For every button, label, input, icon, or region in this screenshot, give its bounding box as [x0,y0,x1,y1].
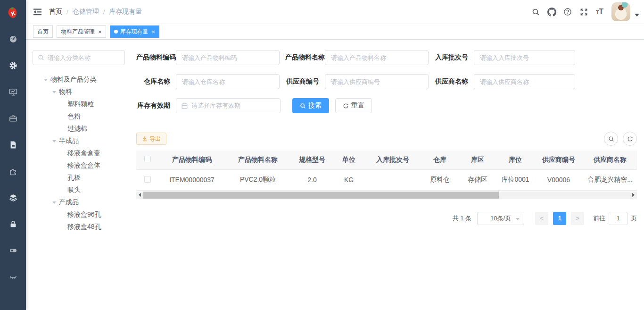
filter-row: 产品物料编码产品物料名称入库批次号 [136,50,637,65]
table-row[interactable]: ITEM00000037PVC2.0颗粒2.0KG原料仓存储区库位0001V00… [136,169,637,190]
tree-node[interactable]: 物料及产品分类 [33,74,134,86]
tree-search-input[interactable] [48,54,120,61]
table-cell: 合肥龙兴精密... [583,169,637,190]
tab-label: 物料产品管理 [61,28,95,36]
tree-node[interactable]: 产成品 [33,196,134,209]
dashboard-icon[interactable] [0,26,26,52]
toggle-icon[interactable] [0,237,26,264]
tree-node[interactable]: 移液盒盒盖 [33,147,134,159]
filter-input[interactable] [325,50,429,65]
caret-placeholder [61,226,67,228]
horizontal-scrollbar[interactable] [136,192,637,199]
filter-field: 产品物料编码 [136,50,280,65]
filter-field: 供应商编号 [285,74,429,89]
caret-down-icon[interactable] [44,79,50,81]
avatar[interactable] [611,2,630,21]
tree-node[interactable]: 过滤棉 [33,123,134,135]
settings-icon[interactable] [0,52,26,79]
briefcase-icon[interactable] [0,105,26,132]
tree-node-label: 产成品 [59,198,79,207]
tree-node[interactable]: 孔板 [33,172,134,184]
tab-1[interactable]: 首页 [33,25,53,38]
fullscreen-icon[interactable] [576,0,592,24]
refresh-table-button[interactable] [623,132,637,146]
strawberry-logo: K [0,0,26,26]
caret-down-icon[interactable] [635,14,639,17]
filter-input[interactable] [474,50,575,65]
github-icon[interactable] [544,0,560,24]
tree-node[interactable]: 移液盒盒体 [33,159,134,172]
goto-page: 前往 页 [593,212,637,225]
tree-node-label: 移液盒96孔 [67,210,101,219]
lock-icon[interactable] [0,211,26,237]
reset-button[interactable]: 重置 [335,98,372,113]
caret-placeholder [61,214,67,216]
puzzle-icon[interactable] [0,158,26,184]
caret-placeholder [61,189,67,192]
caret-down-icon[interactable] [52,140,59,142]
user-menu[interactable] [611,2,639,21]
filter-input[interactable] [176,74,280,89]
filter-input[interactable] [176,50,280,65]
row-checkbox[interactable] [144,176,151,183]
filter-input[interactable] [474,74,575,89]
tree-search-box [33,50,125,65]
layers-icon[interactable] [0,184,26,211]
scrollbar-thumb[interactable] [143,192,499,199]
filter-field: 供应商名称 [434,74,575,89]
tree-node[interactable]: 色粉 [33,110,134,123]
close-icon[interactable]: × [98,29,102,35]
refresh-icon [627,136,633,142]
field-label: 库存有效期 [136,101,176,110]
scroll-right-arrow[interactable] [630,192,637,199]
field-label: 产品物料编码 [136,53,176,62]
tree-node[interactable]: 吸头 [33,184,134,196]
tree-node[interactable]: 移液盒96孔 [33,209,134,221]
field-label: 仓库名称 [136,77,176,86]
tab-2[interactable]: 物料产品管理× [57,25,106,38]
document-icon[interactable] [0,132,26,158]
breadcrumb-separator: / [66,8,68,16]
select-all-checkbox[interactable] [144,156,151,162]
scroll-left-arrow[interactable] [136,192,143,199]
caret-down-icon[interactable] [52,91,59,93]
tree-node[interactable]: 塑料颗粒 [33,98,134,110]
toggle-search-button[interactable] [604,132,618,146]
search-icon [300,103,306,109]
tree-node[interactable]: 半成品 [33,135,134,147]
filter-input[interactable] [325,74,429,89]
inventory-table: 产品物料编码产品物料名称规格型号单位入库批次号仓库库区库位供应商编号供应商名称 … [136,151,637,191]
date-range-input[interactable]: 请选择库存有效期 [176,98,281,113]
next-page-button[interactable]: > [571,212,584,225]
table-cell: 存储区 [459,169,496,190]
search-icon[interactable] [528,0,544,24]
page-number-button[interactable]: 1 [553,212,566,225]
goto-page-input[interactable] [609,212,627,225]
caret-down-icon[interactable] [52,201,59,204]
table-toolbar: 导出 [136,132,637,146]
tree-node[interactable]: 物料 [33,86,134,98]
tab-3[interactable]: 库存现有量× [110,25,160,38]
navbar-icon-group: TT [528,0,608,24]
monitor-chart-icon[interactable] [0,79,26,105]
page-size-select[interactable]: 10条/页 [477,212,524,225]
font-size-icon[interactable]: TT [592,0,608,24]
hamburger-icon[interactable] [26,0,49,24]
search-icon [608,136,614,142]
eye-closed-icon[interactable] [0,264,26,290]
filter-form: 产品物料编码产品物料名称入库批次号仓库名称供应商编号供应商名称 [136,50,637,98]
date-field: 库存有效期 请选择库存有效期 [136,98,281,113]
download-icon [142,136,148,142]
close-icon[interactable]: × [152,29,156,35]
export-button[interactable]: 导出 [136,133,166,145]
tree-node[interactable]: 移液盒48孔 [33,221,134,233]
column-header: 产品物料名称 [225,151,291,169]
tree-node-label: 物料 [59,88,72,96]
help-icon[interactable] [560,0,576,24]
page-unit-label: 页 [631,214,637,223]
prev-page-button[interactable]: < [535,212,548,225]
refresh-icon [343,103,349,109]
date-placeholder: 请选择库存有效期 [191,101,240,110]
search-button[interactable]: 搜索 [292,98,329,113]
breadcrumb-item[interactable]: 首页 [49,8,62,16]
